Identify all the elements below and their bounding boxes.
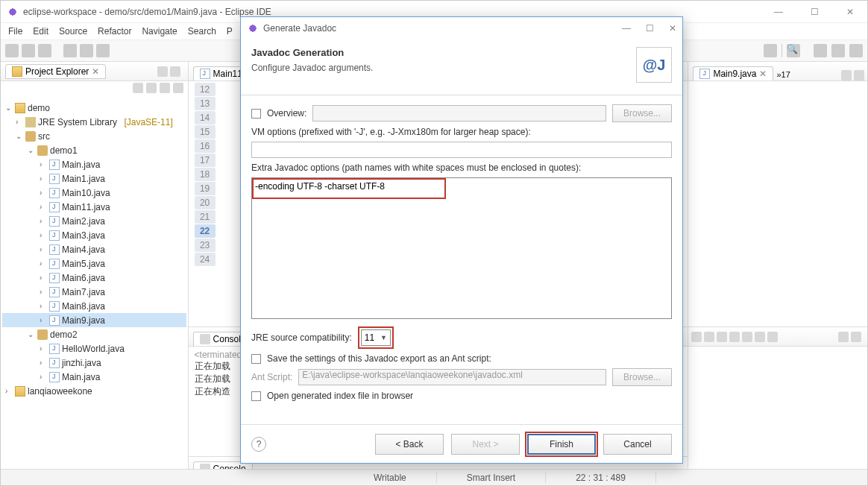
- tree-project-demo[interactable]: ⌄demo: [2, 101, 186, 115]
- dialog-title: Generate Javadoc: [263, 23, 336, 34]
- ant-browse-button[interactable]: Browse...: [612, 368, 672, 386]
- search-icon[interactable]: 🔍: [787, 44, 800, 57]
- tree-jre-library[interactable]: ›JRE System Library [JavaSE-11]: [2, 115, 186, 129]
- tree-file[interactable]: ›Main7.java: [2, 285, 186, 299]
- save-ant-checkbox[interactable]: [251, 354, 261, 364]
- javadoc-icon: @J: [636, 47, 672, 83]
- console-toolbar-icon[interactable]: [742, 332, 752, 342]
- tree-project-lanqiao[interactable]: ›lanqiaoweekone: [2, 384, 186, 398]
- statusbar: Writable Smart Insert 22 : 31 : 489: [1, 469, 867, 485]
- line-gutter: 12 13 14 15 16 17 18 19 20 21 22 23 24: [195, 83, 216, 267]
- link-editor-icon[interactable]: [146, 83, 157, 93]
- tree-file[interactable]: ›Main4.java: [2, 242, 186, 256]
- menu-refactor[interactable]: Refactor: [98, 26, 131, 37]
- tab-overflow[interactable]: »17: [773, 69, 793, 81]
- minimize-pane-icon[interactable]: [838, 332, 849, 342]
- vm-options-input[interactable]: [251, 142, 672, 158]
- save-ant-label: Save the settings of this Javadoc export…: [267, 353, 491, 364]
- tree-file[interactable]: ›Main5.java: [2, 256, 186, 271]
- java-perspective-icon[interactable]: [831, 44, 845, 57]
- project-explorer-tab[interactable]: Project Explorer ✕: [5, 64, 106, 79]
- window-title: eclipse-workspace - demo/src/demo1/Main9…: [23, 7, 767, 17]
- help-button[interactable]: ?: [251, 437, 266, 452]
- tab-close-icon[interactable]: ✕: [759, 69, 767, 79]
- console-toolbar-icon[interactable]: [717, 332, 727, 342]
- tree-file[interactable]: ›Main8.java: [2, 299, 186, 313]
- overview-browse-button[interactable]: Browse...: [612, 104, 672, 122]
- menu-navigate[interactable]: Navigate: [142, 26, 177, 37]
- open-type-icon[interactable]: [764, 44, 777, 57]
- maximize-pane-icon[interactable]: [851, 332, 861, 342]
- tree-file-selected[interactable]: ›Main9.java: [2, 313, 186, 327]
- tree-file[interactable]: ›Main1.java: [2, 171, 186, 186]
- console-toolbar-icon[interactable]: [767, 332, 778, 342]
- status-position: 22 : 31 : 489: [546, 473, 656, 483]
- console-toolbar-icon[interactable]: [691, 332, 702, 342]
- ant-script-label: Ant Script:: [251, 372, 292, 382]
- chevron-down-icon: ▼: [380, 334, 387, 341]
- run-icon[interactable]: [80, 44, 93, 57]
- tree-file[interactable]: ›Main3.java: [2, 228, 186, 242]
- tree-file[interactable]: ›Main6.java: [2, 271, 186, 285]
- highlight-annotation: [252, 178, 446, 199]
- jre-compat-label: JRE source compatibility:: [251, 332, 352, 343]
- tree-file[interactable]: ›jinzhi.java: [2, 356, 186, 370]
- tree-pkg-demo2[interactable]: ⌄demo2: [2, 327, 186, 341]
- finish-button[interactable]: Finish: [527, 434, 596, 455]
- jre-compat-select[interactable]: 11 ▼: [361, 329, 391, 346]
- maximize-pane-icon[interactable]: [170, 66, 180, 77]
- generate-javadoc-dialog: Generate Javadoc — ☐ ✕ Javadoc Generatio…: [240, 16, 683, 464]
- dialog-maximize-button[interactable]: ☐: [646, 23, 654, 34]
- tree-file[interactable]: ›Main11.java: [2, 200, 186, 214]
- debug-perspective-icon[interactable]: [849, 44, 863, 57]
- tree-src[interactable]: ⌄src: [2, 129, 186, 143]
- filter-icon[interactable]: [160, 83, 170, 93]
- saveall-icon[interactable]: [38, 44, 51, 57]
- menu-file[interactable]: File: [8, 26, 22, 37]
- console-toolbar-icon[interactable]: [729, 332, 740, 342]
- back-button[interactable]: < Back: [375, 434, 444, 455]
- view-menu-icon[interactable]: [173, 83, 183, 93]
- menu-p[interactable]: P: [227, 26, 233, 37]
- dialog-subtitle: Configure Javadoc arguments.: [251, 63, 373, 73]
- menu-search[interactable]: Search: [188, 26, 216, 37]
- overview-label: Overview:: [267, 108, 306, 119]
- menu-source[interactable]: Source: [59, 26, 87, 37]
- tree-file[interactable]: ›Main2.java: [2, 214, 186, 228]
- dialog-close-button[interactable]: ✕: [669, 23, 676, 34]
- debug-icon[interactable]: [63, 44, 77, 57]
- editor-tab-main9[interactable]: Main9.java✕: [693, 66, 773, 81]
- dialog-minimize-button[interactable]: —: [622, 23, 631, 34]
- highlight-annotation: 11 ▼: [358, 326, 394, 349]
- tree-pkg-demo1[interactable]: ⌄demo1: [2, 143, 186, 157]
- tab-close-icon[interactable]: ✕: [92, 66, 99, 77]
- minimize-pane-icon[interactable]: [157, 66, 168, 77]
- console-icon: [200, 334, 210, 344]
- explorer-icon: [12, 66, 22, 77]
- close-button[interactable]: ✕: [839, 7, 861, 17]
- new-icon[interactable]: [5, 44, 19, 57]
- coverage-icon[interactable]: [96, 44, 110, 57]
- menu-edit[interactable]: Edit: [33, 26, 48, 37]
- console-toolbar-icon[interactable]: [755, 332, 765, 342]
- next-button[interactable]: Next >: [451, 434, 520, 455]
- eclipse-icon: [7, 6, 19, 18]
- tree-file[interactable]: ›HelloWorld.java: [2, 341, 186, 356]
- project-explorer-label: Project Explorer: [25, 66, 89, 77]
- right-editor-area: Main9.java✕ »17: [688, 62, 867, 476]
- minimize-pane-icon[interactable]: [841, 70, 852, 81]
- tree-file[interactable]: ›Main.java: [2, 157, 186, 171]
- tree-file[interactable]: ›Main10.java: [2, 186, 186, 200]
- save-icon[interactable]: [22, 44, 35, 57]
- maximize-pane-icon[interactable]: [854, 70, 864, 81]
- cancel-button[interactable]: Cancel: [603, 434, 672, 455]
- overview-checkbox[interactable]: [251, 109, 261, 119]
- maximize-button[interactable]: ☐: [803, 7, 825, 17]
- perspective-icon[interactable]: [814, 44, 827, 57]
- tree-file[interactable]: ›Main.java: [2, 370, 186, 384]
- collapse-all-icon[interactable]: [133, 83, 143, 93]
- extra-options-textarea[interactable]: -encoding UTF-8 -charset UTF-8: [251, 177, 672, 319]
- minimize-button[interactable]: —: [767, 7, 790, 17]
- open-index-checkbox[interactable]: [251, 391, 261, 401]
- console-toolbar-icon[interactable]: [704, 332, 714, 342]
